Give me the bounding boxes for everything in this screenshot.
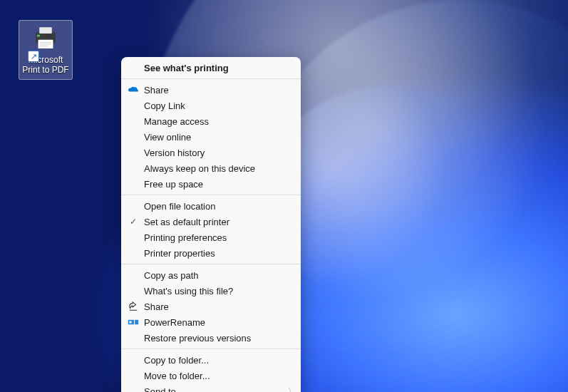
check-icon: ✓ xyxy=(125,217,141,227)
menu-separator xyxy=(121,264,301,264)
menu-send-to[interactable]: Send to 〉 xyxy=(121,383,301,392)
menu-always-keep[interactable]: Always keep on this device xyxy=(121,160,301,176)
menu-share[interactable]: Share xyxy=(121,299,301,314)
menu-separator xyxy=(121,195,301,195)
menu-manage-access[interactable]: Manage access xyxy=(121,113,301,129)
menu-copy-link[interactable]: Copy Link xyxy=(121,98,301,113)
menu-copy-to-folder[interactable]: Copy to folder... xyxy=(121,352,301,368)
menu-printing-preferences[interactable]: Printing preferences xyxy=(121,229,301,245)
menu-separator xyxy=(121,349,301,349)
powerrename-icon xyxy=(125,318,141,326)
menu-restore-versions[interactable]: Restore previous versions xyxy=(121,330,301,346)
menu-whats-using[interactable]: What's using this file? xyxy=(121,283,301,299)
menu-separator xyxy=(121,78,301,79)
svg-rect-1 xyxy=(39,27,52,33)
menu-powerrename[interactable]: PowerRename xyxy=(121,314,301,330)
context-menu: See what's printing Share Copy Link Mana… xyxy=(121,57,301,392)
share-icon xyxy=(125,301,141,311)
printer-icon xyxy=(31,24,61,53)
svg-rect-3 xyxy=(37,35,40,37)
chevron-right-icon: 〉 xyxy=(288,386,295,392)
onedrive-icon xyxy=(125,86,141,93)
svg-rect-9 xyxy=(129,321,131,323)
shortcut-overlay-icon: ↗ xyxy=(28,51,39,62)
menu-move-to-folder[interactable]: Move to folder... xyxy=(121,368,301,383)
menu-copy-as-path[interactable]: Copy as path xyxy=(121,267,301,283)
menu-see-whats-printing[interactable]: See what's printing xyxy=(121,60,301,76)
menu-open-file-location[interactable]: Open file location xyxy=(121,198,301,214)
menu-view-online[interactable]: View online xyxy=(121,129,301,145)
desktop-icon-printer[interactable]: ↗ Microsoft Print to PDF xyxy=(19,20,73,80)
menu-onedrive-share[interactable]: Share xyxy=(121,82,301,98)
menu-set-default-printer[interactable]: ✓ Set as default printer xyxy=(121,214,301,229)
menu-free-up-space[interactable]: Free up space xyxy=(121,176,301,192)
menu-printer-properties[interactable]: Printer properties xyxy=(121,245,301,261)
menu-version-history[interactable]: Version history xyxy=(121,145,301,160)
